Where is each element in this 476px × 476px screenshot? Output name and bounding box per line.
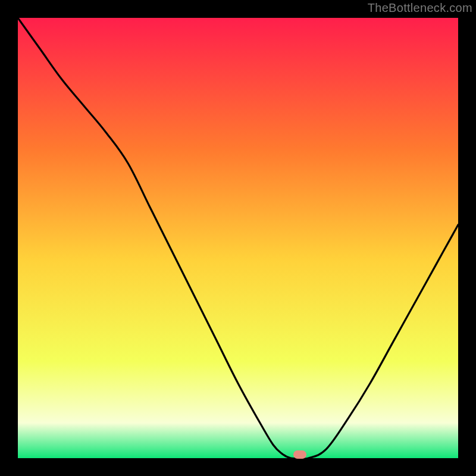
watermark-label: TheBottleneck.com	[368, 1, 472, 15]
optimum-marker	[293, 450, 306, 459]
gradient-background	[18, 18, 458, 458]
chart-container: TheBottleneck.com	[0, 0, 476, 476]
plot-area	[18, 18, 458, 458]
chart-svg	[18, 18, 458, 458]
